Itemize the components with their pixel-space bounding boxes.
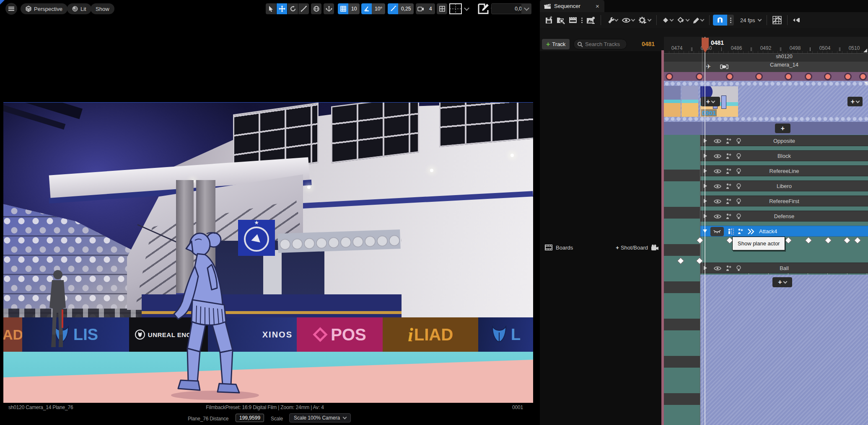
create-camera-button[interactable] bbox=[585, 14, 597, 26]
clip-thumbnail[interactable] bbox=[681, 86, 698, 117]
add-board-button[interactable]: + bbox=[775, 124, 790, 133]
fps-dropdown[interactable]: 24 fps bbox=[738, 14, 763, 26]
save-button[interactable] bbox=[543, 14, 555, 26]
search-tracks-input[interactable]: Search Tracks bbox=[573, 39, 627, 49]
camera-speed-button[interactable] bbox=[416, 3, 426, 14]
track-row-attack4[interactable]: Attack4 bbox=[700, 226, 868, 237]
layout-grid-dropdown[interactable] bbox=[449, 3, 473, 15]
render-movie-button[interactable] bbox=[567, 14, 579, 26]
camera-keyframe-lane[interactable] bbox=[664, 72, 868, 81]
camera-speed-value[interactable]: 4 bbox=[426, 3, 435, 14]
keyframe-options-dropdown[interactable] bbox=[660, 14, 675, 26]
select-tool-button[interactable] bbox=[266, 3, 276, 14]
edit-options-dropdown[interactable] bbox=[691, 14, 706, 26]
viewport-status-center: FilmbackPreset: 16:9 Digital Film | Zoom… bbox=[0, 404, 530, 410]
auto-key-dropdown[interactable] bbox=[675, 14, 691, 26]
snap-options-button[interactable] bbox=[727, 15, 734, 26]
angle-snap-button[interactable] bbox=[361, 3, 372, 14]
ruler-resize-grip[interactable] bbox=[863, 49, 867, 52]
section-start-line bbox=[702, 37, 702, 425]
plane-actor-icon[interactable] bbox=[727, 229, 734, 234]
world-space-button[interactable] bbox=[311, 3, 321, 14]
empty-lane-band bbox=[664, 207, 700, 219]
track-row-ball[interactable]: Ball bbox=[700, 263, 868, 273]
sequence-options-button[interactable] bbox=[579, 14, 585, 26]
track-row-refereeline[interactable]: RefereeLine bbox=[700, 165, 868, 176]
track-row-libero[interactable]: Libero bbox=[700, 180, 868, 191]
timeline-ruler[interactable]: 0474048004860492049805040510 bbox=[664, 37, 868, 53]
camera-keyframe[interactable] bbox=[755, 73, 763, 80]
add-track-button[interactable]: + Track bbox=[542, 39, 570, 49]
track-row-block[interactable]: Block bbox=[700, 150, 868, 161]
record-camera-icon[interactable] bbox=[651, 245, 659, 250]
camera-keyframe[interactable] bbox=[824, 73, 832, 80]
grid-snap-button[interactable] bbox=[338, 3, 348, 14]
camera-keyframe[interactable] bbox=[859, 73, 867, 80]
sequencer-toolbar: 24 fps bbox=[540, 12, 868, 28]
tab-close-icon[interactable]: × bbox=[596, 3, 599, 10]
current-frame-display[interactable]: 0481 bbox=[642, 41, 655, 47]
banner-iliad: i LIAD bbox=[383, 317, 478, 352]
perspective-button[interactable]: Perspective bbox=[21, 3, 67, 14]
ceiling-light bbox=[307, 185, 311, 189]
camera-keyframe[interactable] bbox=[726, 73, 733, 80]
surface-snap-button[interactable] bbox=[437, 3, 447, 14]
person-add-icon[interactable] bbox=[737, 229, 743, 234]
section-resize-grip[interactable] bbox=[864, 82, 868, 85]
track-row-defense[interactable]: Defense bbox=[700, 211, 868, 222]
show-button[interactable]: Show bbox=[91, 3, 114, 14]
shot-section-extension[interactable]: + bbox=[700, 275, 868, 425]
shot-row[interactable]: sh0120 bbox=[664, 53, 868, 61]
banner-ad: AD bbox=[3, 317, 22, 352]
camera-row[interactable]: ✈ Camera_14 bbox=[664, 61, 868, 72]
move-icon bbox=[279, 5, 285, 12]
chevron-down-icon bbox=[700, 18, 705, 22]
scale-snap-button[interactable] bbox=[388, 3, 398, 14]
browse-button[interactable] bbox=[555, 14, 567, 26]
scale-tool-button[interactable] bbox=[298, 3, 309, 14]
angle-snap-value[interactable]: 10° bbox=[372, 3, 385, 14]
scale-snap-value[interactable]: 0,25 bbox=[398, 3, 414, 14]
camera-view[interactable]: ★ AD LIS UNREAL ENGINE XINOS bbox=[3, 103, 533, 403]
track-label: Block bbox=[700, 153, 868, 159]
camera-keyframe[interactable] bbox=[805, 73, 812, 80]
add-track-section-button[interactable]: + bbox=[772, 277, 792, 287]
thumbnail-player bbox=[721, 95, 726, 109]
tab-sequencer[interactable]: Sequencer × bbox=[540, 0, 604, 12]
tools-dropdown[interactable] bbox=[604, 14, 620, 26]
clip-thumbnail[interactable] bbox=[664, 86, 681, 117]
move-tool-button[interactable] bbox=[277, 3, 287, 14]
add-section-button[interactable]: + bbox=[701, 97, 720, 106]
double-chevron-icon[interactable] bbox=[747, 229, 755, 234]
camera-keyframe[interactable] bbox=[844, 73, 852, 80]
eye-closed-button[interactable] bbox=[710, 227, 724, 236]
camera-keyframe[interactable] bbox=[666, 73, 673, 80]
boards-lane[interactable]: + bbox=[664, 122, 868, 135]
add-shot-board-button[interactable]: + Shot/Board bbox=[616, 245, 648, 251]
dashed-grid-icon bbox=[449, 3, 462, 14]
lit-button[interactable]: Lit bbox=[67, 3, 91, 14]
playback-options-dropdown[interactable] bbox=[637, 14, 653, 26]
filmstrip-section[interactable]: 0001 + + bbox=[664, 81, 868, 122]
view-options-dropdown[interactable] bbox=[620, 14, 637, 26]
angle-icon bbox=[364, 6, 370, 12]
show-label: Show bbox=[96, 6, 109, 12]
snap-toggle-button[interactable] bbox=[713, 15, 727, 26]
viewport-menu-button[interactable] bbox=[5, 3, 17, 15]
rotate-tool-button[interactable] bbox=[288, 3, 298, 14]
curve-editor-button[interactable] bbox=[770, 14, 784, 26]
add-section-button[interactable]: + bbox=[847, 97, 863, 106]
jump-to-start-button[interactable] bbox=[791, 14, 803, 26]
boards-row[interactable]: Boards + Shot/Board bbox=[540, 242, 661, 253]
track-row-refereefirst[interactable]: RefereeFirst bbox=[700, 196, 868, 206]
playhead-line[interactable] bbox=[705, 37, 705, 425]
plane-distance-field[interactable]: 199,9599 bbox=[236, 414, 264, 422]
camera-keyframe[interactable] bbox=[785, 73, 792, 80]
viewport[interactable]: Perspective Lit Show bbox=[0, 0, 540, 425]
grid-snap-value[interactable]: 10 bbox=[348, 3, 360, 14]
scale-dropdown[interactable]: Scale 100% Camera bbox=[289, 413, 351, 422]
timeline-area[interactable]: 0474048004860492049805040510 sh0120 ✈ Ca… bbox=[664, 37, 868, 425]
local-space-button[interactable] bbox=[324, 3, 334, 14]
track-row-opposite[interactable]: Opposite bbox=[700, 135, 868, 146]
rotation-dropdown-button[interactable] bbox=[521, 3, 531, 14]
